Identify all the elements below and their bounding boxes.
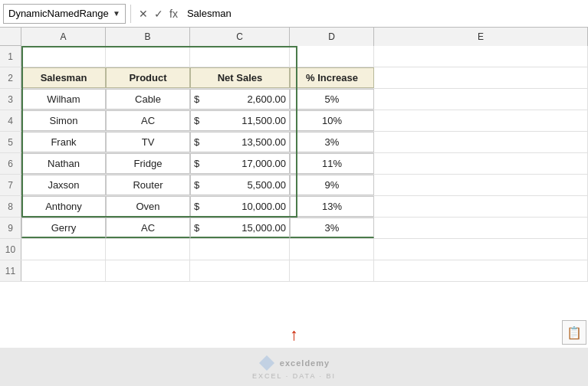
row-num-2: 2 [0,67,21,88]
cell-d9[interactable]: $15,000.00 [190,218,290,238]
cell-d3[interactable]: $2,600.00 [190,89,290,110]
sheet-row-6: 6 Nathan Fridge $17,000.00 11% [0,153,588,175]
formula-icons: ✕ ✓ fx [139,8,178,20]
cell-c1[interactable] [106,46,190,67]
cell-e3[interactable]: 5% [290,89,374,110]
cell-e6[interactable]: 11% [290,153,374,174]
row-num-7: 7 [0,175,21,195]
sheet-row-8: 8 Anthony Oven $10,000.00 13% [0,196,588,218]
watermark-sub: EXCEL · DATA · BI [252,372,336,380]
cell-e8[interactable]: 13% [290,196,374,217]
cell-b3[interactable]: Wilham [21,89,106,110]
cell-b2[interactable]: Salesman [21,67,106,88]
sheet-area: A B C D E 1 2 Sa [0,28,588,348]
cell-b11[interactable] [21,260,106,281]
cell-d11[interactable] [190,260,290,281]
sheet-row-2: 2 Salesman Product Net Sales % Increase [0,67,588,89]
corner-cell [0,28,21,45]
name-box-value: DynamicNamedRange [8,8,109,19]
cell-f2[interactable] [374,67,588,88]
cell-c6[interactable]: Fridge [106,153,190,174]
cell-f4[interactable] [374,110,588,131]
row-num-6: 6 [0,153,21,174]
cell-d5[interactable]: $13,500.00 [190,132,290,152]
col-header-a[interactable]: A [21,28,106,46]
cell-f6[interactable] [374,153,588,174]
row-num-9: 9 [0,218,21,238]
row-num-3: 3 [0,89,21,110]
cell-d2[interactable]: Net Sales [190,67,290,88]
col-headers: A B C D E [0,28,588,46]
sheet-row-11: 11 [0,260,588,282]
name-box-dropdown-icon[interactable]: ▼ [113,9,120,18]
cell-e7[interactable]: 9% [290,175,374,195]
row-num-4: 4 [0,110,21,131]
footer: exceldemy EXCEL · DATA · BI [0,348,588,386]
watermark-logo-icon [258,355,275,371]
paste-icon-symbol: 📋 [567,325,582,340]
cell-d4[interactable]: $11,500.00 [190,110,290,131]
sheet-row-1: 1 [0,46,588,67]
cell-d1[interactable] [190,46,290,67]
cell-c5[interactable]: TV [106,132,190,152]
cell-f11[interactable] [374,260,588,281]
cell-c9[interactable]: AC [106,218,190,238]
paste-icon[interactable]: 📋 [562,320,586,345]
cell-e2[interactable]: % Increase [290,67,374,88]
function-icon[interactable]: fx [169,8,178,20]
cell-d8[interactable]: $10,000.00 [190,196,290,217]
cell-f1[interactable] [374,46,588,67]
col-header-c[interactable]: C [190,28,290,46]
cell-b6[interactable]: Nathan [21,153,106,174]
cancel-icon[interactable]: ✕ [139,8,148,20]
cell-d7[interactable]: $5,500.00 [190,175,290,195]
col-header-d[interactable]: D [290,28,374,46]
cell-f10[interactable] [374,239,588,260]
cell-b8[interactable]: Anthony [21,196,106,217]
row-num-11: 11 [0,260,21,281]
red-arrow-icon: ↑ [290,325,298,345]
cell-b10[interactable] [21,239,106,260]
cell-f3[interactable] [374,89,588,110]
cell-c10[interactable] [106,239,190,260]
cell-e10[interactable] [290,239,374,260]
confirm-icon[interactable]: ✓ [154,8,163,20]
col-header-b[interactable]: B [106,28,190,46]
cell-b9[interactable]: Gerry [21,218,106,238]
name-box[interactable]: DynamicNamedRange ▼ [3,4,126,24]
cell-e4[interactable]: 10% [290,110,374,131]
cell-c7[interactable]: Router [106,175,190,195]
cell-c3[interactable]: Cable [106,89,190,110]
cell-c2[interactable]: Product [106,67,190,88]
cell-c8[interactable]: Oven [106,196,190,217]
cell-f8[interactable] [374,196,588,217]
cell-d6[interactable]: $17,000.00 [190,153,290,174]
cell-e1[interactable] [290,46,374,67]
formula-value: Salesman [187,8,232,19]
cell-c11[interactable] [106,260,190,281]
watermark-logo: exceldemy [258,355,330,371]
cell-b5[interactable]: Frank [21,132,106,152]
row-num-1: 1 [0,46,21,67]
cell-f9[interactable] [374,218,588,238]
cell-e9[interactable]: 3% [290,218,374,238]
sheet-row-9: 9 Gerry AC $15,000.00 3% [0,218,588,239]
col-header-e[interactable]: E [374,28,588,46]
sheet-row-4: 4 Simon AC $11,500.00 10% [0,110,588,132]
cell-b1[interactable] [21,46,106,67]
cell-b4[interactable]: Simon [21,110,106,131]
cell-d10[interactable] [190,239,290,260]
cell-e5[interactable]: 3% [290,132,374,152]
row-num-10: 10 [0,239,21,260]
watermark-text: exceldemy [280,358,330,368]
cell-e11[interactable] [290,260,374,281]
cell-f5[interactable] [374,132,588,152]
cell-b7[interactable]: Jaxson [21,175,106,195]
row-num-8: 8 [0,196,21,217]
sheet-row-3: 3 Wilham Cable $2,600.00 5% [0,89,588,110]
cell-c4[interactable]: AC [106,110,190,131]
grid-rows: 1 2 Salesman Product Net Sales % Increas… [0,46,588,282]
formula-input[interactable]: Salesman [181,8,585,19]
sheet-row-7: 7 Jaxson Router $5,500.00 9% [0,175,588,196]
cell-f7[interactable] [374,175,588,195]
